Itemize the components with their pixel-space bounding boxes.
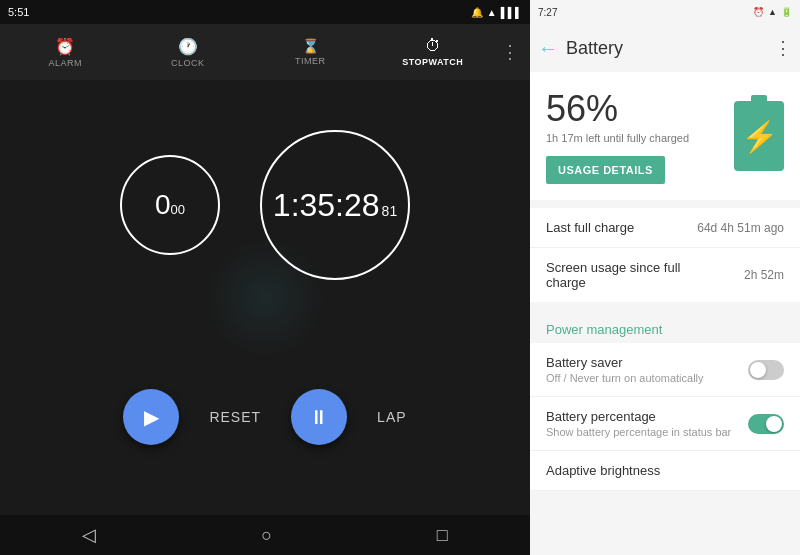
wifi-right-icon: ▲	[768, 7, 777, 17]
timer-icon: ⌛	[302, 38, 319, 54]
right-panel: 7:27 ⏰ ▲ 🔋 ← Battery ⋮ 56% 1h 17m left u…	[530, 0, 800, 555]
status-time: 5:51	[8, 6, 29, 18]
pause-button[interactable]: ⏸	[291, 389, 347, 445]
power-management-section: Power management Battery saver Off / Nev…	[530, 310, 800, 491]
power-management-header: Power management	[530, 310, 800, 343]
right-status-bar: 7:27 ⏰ ▲ 🔋	[530, 0, 800, 24]
lap-time-circle: 0 00	[120, 155, 220, 255]
main-ms-value: 81	[382, 203, 398, 219]
left-status-bar: 5:51 🔔 ▲ ▌▌▌	[0, 0, 530, 24]
battery-toolbar: ← Battery ⋮	[530, 24, 800, 72]
status-time-left: 5:51	[8, 6, 29, 18]
status-icons-right: 🔔 ▲ ▌▌▌	[471, 7, 522, 18]
battery-info: 56% 1h 17m left until fully charged USAG…	[546, 88, 689, 184]
stopwatch-content: 0 00 1:35:28 81 ▶ RESET ⏸	[0, 80, 530, 515]
main-time-circle: 1:35:28 81	[260, 130, 410, 280]
more-dots-icon: ⋮	[501, 41, 519, 63]
clock-icon: 🕐	[178, 37, 198, 56]
adaptive-brightness-info: Adaptive brightness	[546, 463, 660, 478]
lap-ms-time: 00	[171, 202, 185, 217]
alarm-status-icon: 🔔	[471, 7, 483, 18]
battery-saver-info: Battery saver Off / Never turn on automa…	[546, 355, 704, 384]
battery-percentage-toggle[interactable]	[748, 414, 784, 434]
battery-saver-title: Battery saver	[546, 355, 704, 370]
wifi-icon: ▲	[487, 7, 497, 18]
signal-icon: ▌▌▌	[501, 7, 522, 18]
last-full-charge-value: 64d 4h 51m ago	[697, 221, 784, 235]
alarm-icon: ⏰	[55, 37, 75, 56]
adaptive-brightness-row: Adaptive brightness	[530, 451, 800, 491]
last-full-charge-row: Last full charge 64d 4h 51m ago	[530, 208, 800, 248]
left-panel: 5:51 🔔 ▲ ▌▌▌ ⏰ ALARM 🕐 CLOCK ⌛ TIMER ⏱ S…	[0, 0, 530, 555]
battery-saver-subtitle: Off / Never turn on automatically	[546, 372, 704, 384]
home-button[interactable]: ○	[261, 525, 272, 546]
battery-percentage: 56%	[546, 88, 689, 130]
alarm-label: ALARM	[48, 58, 82, 68]
controls-row: ▶ RESET ⏸ LAP	[123, 389, 406, 445]
nav-item-clock[interactable]: 🕐 CLOCK	[127, 24, 250, 80]
nav-item-timer[interactable]: ⌛ TIMER	[249, 24, 372, 80]
lap-main-time: 0	[155, 189, 171, 221]
lap-button[interactable]: LAP	[377, 409, 406, 425]
timer-label: TIMER	[295, 56, 326, 66]
right-status-icons: ⏰ ▲ 🔋	[753, 7, 792, 17]
battery-header-section: 56% 1h 17m left until fully charged USAG…	[530, 72, 800, 200]
back-arrow-button[interactable]: ←	[538, 37, 558, 60]
main-display: 1:35:28 81	[273, 187, 397, 224]
battery-info-section: Last full charge 64d 4h 51m ago Screen u…	[530, 208, 800, 302]
toggle-thumb-on	[766, 416, 782, 432]
screen-usage-value: 2h 52m	[744, 268, 784, 282]
battery-status-icon: 🔋	[781, 7, 792, 17]
battery-percentage-subtitle: Show battery percentage in status bar	[546, 426, 731, 438]
stopwatch-icon: ⏱	[425, 37, 441, 55]
battery-percentage-row: Battery percentage Show battery percenta…	[530, 397, 800, 451]
play-icon: ▶	[144, 405, 159, 429]
play-button[interactable]: ▶	[123, 389, 179, 445]
battery-saver-toggle[interactable]	[748, 360, 784, 380]
bolt-icon: ⚡	[741, 119, 778, 154]
nav-item-alarm[interactable]: ⏰ ALARM	[4, 24, 127, 80]
battery-content: 56% 1h 17m left until fully charged USAG…	[530, 72, 800, 555]
back-button[interactable]: ◁	[82, 524, 96, 546]
toggle-thumb-off	[750, 362, 766, 378]
bottom-nav-left: ◁ ○ □	[0, 515, 530, 555]
nav-item-stopwatch[interactable]: ⏱ STOPWATCH	[372, 24, 495, 80]
screen-usage-label: Screen usage since full charge	[546, 260, 686, 290]
usage-details-button[interactable]: USAGE DETAILS	[546, 156, 665, 184]
lap-display: 0 00	[155, 189, 185, 221]
battery-title: Battery	[566, 38, 766, 59]
reset-button[interactable]: RESET	[209, 409, 261, 425]
alarm-status-right-icon: ⏰	[753, 7, 764, 17]
main-time-value: 1:35:28	[273, 187, 380, 224]
clock-label: CLOCK	[171, 58, 205, 68]
battery-saver-row: Battery saver Off / Never turn on automa…	[530, 343, 800, 397]
nav-more-button[interactable]: ⋮	[494, 41, 526, 63]
screen-usage-row: Screen usage since full charge 2h 52m	[530, 248, 800, 302]
right-status-time: 7:27	[538, 7, 557, 18]
stopwatch-label: STOPWATCH	[402, 57, 463, 67]
recent-button[interactable]: □	[437, 525, 448, 546]
last-full-charge-label: Last full charge	[546, 220, 634, 235]
battery-icon: ⚡	[734, 101, 784, 171]
battery-percentage-info: Battery percentage Show battery percenta…	[546, 409, 731, 438]
battery-more-button[interactable]: ⋮	[774, 37, 792, 59]
battery-subtitle: 1h 17m left until fully charged	[546, 132, 689, 144]
adaptive-brightness-title: Adaptive brightness	[546, 463, 660, 478]
top-nav: ⏰ ALARM 🕐 CLOCK ⌛ TIMER ⏱ STOPWATCH ⋮	[0, 24, 530, 80]
battery-percentage-title: Battery percentage	[546, 409, 731, 424]
pause-icon: ⏸	[309, 406, 329, 429]
